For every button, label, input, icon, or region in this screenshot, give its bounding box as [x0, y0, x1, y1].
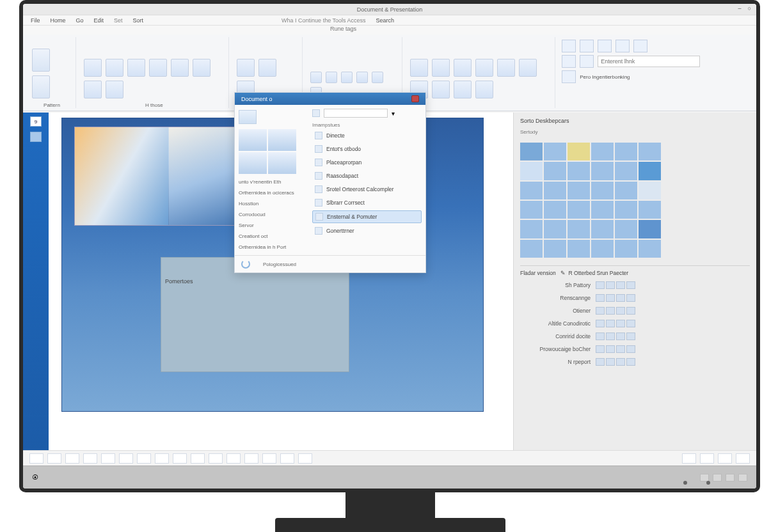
ribbon-icon[interactable]	[454, 59, 472, 77]
close-icon[interactable]	[411, 95, 419, 102]
toolbar-button[interactable]	[682, 453, 696, 464]
ribbon-icon[interactable]	[149, 59, 167, 77]
property-swatches[interactable]	[596, 320, 635, 327]
ribbon-icon[interactable]	[633, 40, 647, 52]
ribbon-icon[interactable]	[310, 72, 322, 83]
dialog-section[interactable]: Orthernidea in ociceracs	[239, 190, 305, 196]
property-swatches[interactable]	[596, 281, 635, 289]
ribbon-icon[interactable]	[580, 40, 594, 52]
dialog-section[interactable]: Hosstion	[239, 201, 305, 207]
ribbon-tab-label[interactable]: Rune tags	[23, 26, 756, 35]
ribbon-icon[interactable]	[171, 59, 189, 77]
dialog-list-item[interactable]: Srotel Orteerost Calcompler	[312, 184, 422, 195]
toolbar-button[interactable]	[65, 453, 79, 464]
toolbar-button[interactable]	[83, 453, 97, 464]
toolbar-button[interactable]	[119, 453, 133, 464]
ribbon-icon[interactable]	[475, 81, 493, 98]
ribbon-icon[interactable]	[562, 55, 576, 68]
dialog-section[interactable]: Servor	[239, 223, 305, 228]
toolbar-button[interactable]	[209, 453, 223, 464]
ribbon-icon[interactable]	[106, 59, 123, 77]
close-icon[interactable]: ○	[748, 5, 751, 12]
ribbon-icon[interactable]	[410, 59, 428, 77]
dialog-list-item[interactable]: Slbrarr Corrsect	[312, 197, 422, 208]
dropdown-icon[interactable]: ▾	[392, 110, 395, 117]
ribbon-icon[interactable]	[84, 81, 102, 98]
menu-item[interactable]: Edit	[94, 17, 104, 24]
property-swatches[interactable]	[596, 307, 635, 315]
menu-item[interactable]: Search	[376, 17, 395, 24]
status-button[interactable]	[738, 474, 747, 481]
status-button[interactable]	[713, 474, 722, 481]
ribbon-icon[interactable]	[598, 40, 612, 52]
rail-token[interactable]	[30, 132, 42, 142]
menu-item[interactable]: Home	[51, 17, 66, 24]
toolbar-button[interactable]	[226, 453, 241, 464]
ribbon-icon[interactable]	[237, 59, 255, 77]
toolbar-button[interactable]	[173, 453, 187, 464]
dialog-section[interactable]: Orthernidea in h Port	[239, 244, 305, 250]
toolbar-button[interactable]	[137, 453, 151, 464]
toolbar-button[interactable]	[101, 453, 115, 464]
toolbar-button[interactable]	[191, 453, 205, 464]
rail-token[interactable]: 9	[30, 116, 42, 127]
dialog-list-item[interactable]: Gonerttrner	[312, 225, 422, 237]
document-subpanel[interactable]: Pomertoes	[161, 257, 349, 372]
ribbon-icon[interactable]	[497, 59, 515, 77]
ribbon-icon[interactable]	[475, 59, 493, 77]
dialog-section[interactable]: Creationt oct	[239, 233, 305, 239]
toolbar-button[interactable]	[29, 453, 44, 464]
dialog-section[interactable]: Corrodocud	[239, 212, 305, 217]
menu-item[interactable]: Set	[114, 17, 123, 24]
ribbon-icon[interactable]	[106, 81, 123, 98]
dialog-icon[interactable]	[239, 110, 257, 124]
toolbar-button[interactable]	[244, 453, 258, 464]
dialog-list-item[interactable]: Raasodapact	[312, 170, 422, 182]
dialog-thumbnail[interactable]	[239, 129, 296, 174]
ribbon-icon[interactable]	[127, 59, 145, 77]
menu-item[interactable]: Go	[76, 17, 84, 24]
ribbon-icon[interactable]	[562, 40, 576, 52]
toolbar-button[interactable]	[718, 453, 732, 464]
ribbon-icon[interactable]	[519, 59, 537, 77]
ribbon-icon[interactable]	[258, 59, 276, 77]
ribbon-icon[interactable]	[356, 72, 368, 83]
ribbon-icon[interactable]	[432, 59, 450, 77]
property-swatches[interactable]	[596, 358, 635, 366]
ribbon-icon[interactable]	[341, 72, 353, 83]
dialog-list-item[interactable]: Dinecte	[312, 130, 422, 141]
ribbon-icon[interactable]	[32, 49, 50, 72]
toolbar-button[interactable]	[700, 453, 714, 464]
minimize-icon[interactable]: –	[738, 5, 742, 12]
status-button[interactable]	[700, 474, 709, 481]
toolbar-button[interactable]	[47, 453, 61, 464]
swatch-mosaic[interactable]	[520, 143, 661, 258]
ribbon-search-input[interactable]	[598, 56, 700, 67]
menu-item[interactable]: File	[31, 17, 40, 24]
status-button[interactable]	[726, 474, 734, 481]
toolbar-button[interactable]	[262, 453, 276, 464]
ribbon-icon[interactable]	[84, 59, 102, 77]
toolbar-button[interactable]	[298, 453, 312, 464]
ribbon-icon[interactable]	[615, 40, 630, 52]
ribbon-icon[interactable]	[580, 55, 594, 68]
dialog-list-item[interactable]: Ensternal & Pomuter	[312, 210, 422, 223]
ribbon-icon[interactable]	[32, 75, 50, 98]
dialog-titlebar[interactable]: Document o	[235, 93, 425, 105]
property-swatches[interactable]	[596, 345, 635, 353]
property-swatches[interactable]	[596, 294, 635, 302]
ribbon-icon[interactable]	[562, 70, 576, 83]
dialog-section[interactable]: unto v'renentin Eth	[239, 179, 305, 185]
ribbon-icon[interactable]	[326, 72, 337, 83]
dialog-list-item[interactable]: Entot's otbodo	[312, 143, 422, 155]
ribbon-icon[interactable]	[372, 72, 383, 83]
dialog-list-item[interactable]: Placeaprorpan	[312, 157, 422, 168]
toolbar-button[interactable]	[280, 453, 294, 464]
ribbon-icon[interactable]	[193, 59, 210, 77]
property-swatches[interactable]	[596, 332, 635, 340]
menu-item[interactable]: Sort	[133, 17, 144, 24]
toolbar-button[interactable]	[736, 453, 750, 464]
menu-item[interactable]: Wha I Continue the Tools Access	[282, 17, 365, 24]
status-start-icon[interactable]: ⦿	[32, 474, 38, 481]
toolbar-button[interactable]	[155, 453, 169, 464]
